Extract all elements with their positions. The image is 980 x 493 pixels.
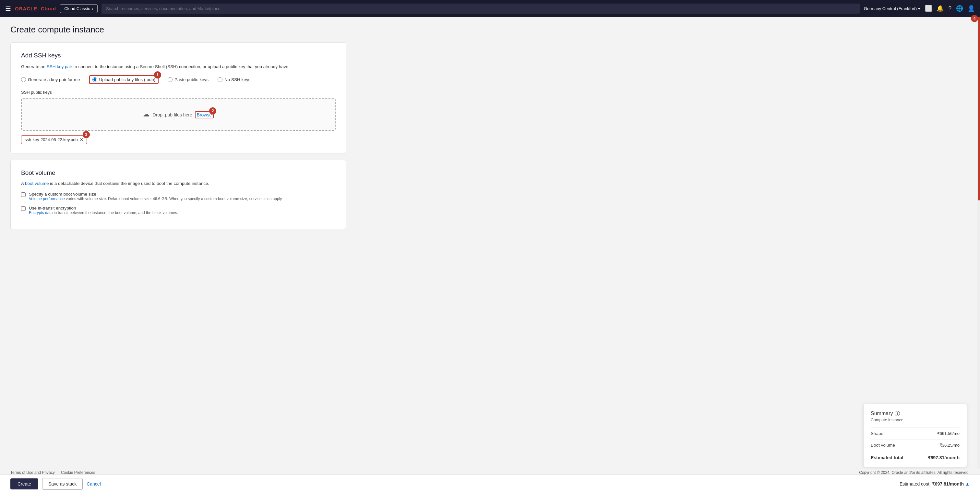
transit-encryption-label: Use in-transit encryption xyxy=(29,206,178,210)
boot-volume-link[interactable]: boot volume xyxy=(25,181,49,186)
browse-link-highlight[interactable]: 2 Browse xyxy=(195,111,214,118)
scrollbar-track xyxy=(978,17,980,261)
custom-boot-volume-checkbox[interactable] xyxy=(21,192,25,197)
radio-paste-label: Paste public keys xyxy=(175,77,208,82)
radio-upload-input[interactable] xyxy=(92,77,97,82)
custom-boot-volume-sublabel: Volume performance varies with volume si… xyxy=(29,197,283,201)
file-drop-zone[interactable]: ☁ Drop .pub files here. 2 Browse xyxy=(21,98,336,131)
volume-performance-link[interactable]: Volume performance xyxy=(29,197,65,201)
radio-no-ssh-label: No SSH keys xyxy=(224,77,250,82)
boot-volume-title: Boot volume xyxy=(21,169,336,177)
region-selector[interactable]: Germany Central (Frankfurt) ▾ xyxy=(864,6,920,11)
radio-upload[interactable]: 1 Upload public key files (.pub) xyxy=(89,75,159,84)
topnav-right: Germany Central (Frankfurt) ▾ ⬜ 🔔 ? 🌐 👤 xyxy=(864,5,975,12)
key-file-chip-container: 3 ssh-key-2024-05-22.key.pub ✕ xyxy=(21,135,336,144)
boot-volume-card: Boot volume A boot volume is a detachabl… xyxy=(10,160,346,229)
ssh-keys-title: Add SSH keys xyxy=(21,52,336,59)
radio-paste-input[interactable] xyxy=(168,77,172,82)
key-file-chip: 3 ssh-key-2024-05-22.key.pub ✕ xyxy=(21,135,87,144)
top-navigation: ☰ ORACLE Cloud Cloud Classic › Germany C… xyxy=(0,0,980,17)
radio-no-ssh[interactable]: No SSH keys xyxy=(218,77,250,82)
ssh-radio-group: Generate a key pair for me 1 Upload publ… xyxy=(21,75,336,84)
custom-boot-volume-label: Specify a custom boot volume size xyxy=(29,192,283,197)
ssh-public-keys-label: SSH public keys xyxy=(21,90,336,95)
upload-cloud-icon: ☁ xyxy=(143,111,150,118)
radio-generate-label: Generate a key pair for me xyxy=(28,77,80,82)
page-scrollbar[interactable]: 4 xyxy=(977,17,980,261)
cloud-classic-label: Cloud Classic xyxy=(64,6,90,11)
ssh-keys-card: Add SSH keys Generate an SSH key pair to… xyxy=(10,43,346,153)
boot-description: A boot volume is a detachable device tha… xyxy=(21,181,336,186)
region-label: Germany Central (Frankfurt) xyxy=(864,6,917,11)
user-avatar-icon[interactable]: 👤 xyxy=(968,5,975,12)
page-container: Create compute instance Add SSH keys Gen… xyxy=(0,17,357,261)
ssh-key-pair-link[interactable]: SSH key pair xyxy=(47,64,72,69)
help-icon[interactable]: ? xyxy=(948,5,951,12)
step1-badge: 1 xyxy=(154,72,161,78)
browse-link[interactable]: Browse xyxy=(197,112,212,118)
scrollbar-thumb xyxy=(978,17,980,200)
language-icon[interactable]: 🌐 xyxy=(956,5,963,12)
notifications-icon[interactable]: 🔔 xyxy=(937,5,944,12)
page-title: Create compute instance xyxy=(10,25,346,35)
step3-badge: 3 xyxy=(83,131,90,138)
cloud-shell-icon[interactable]: ⬜ xyxy=(925,5,932,12)
cloud-text: Cloud xyxy=(41,6,56,11)
key-file-name: ssh-key-2024-05-22.key.pub xyxy=(25,137,78,142)
custom-boot-volume-option: Specify a custom boot volume size Volume… xyxy=(21,192,336,201)
region-chevron-icon: ▾ xyxy=(918,6,920,11)
oracle-logo: ORACLE Cloud xyxy=(15,6,56,11)
transit-encryption-option: Use in-transit encryption Encrypts data … xyxy=(21,206,336,215)
radio-paste[interactable]: Paste public keys xyxy=(168,77,208,82)
drop-text: Drop .pub files here. xyxy=(153,112,195,118)
cloud-classic-button[interactable]: Cloud Classic › xyxy=(60,4,98,13)
encrypts-data-link[interactable]: Encrypts data xyxy=(29,210,52,215)
transit-encryption-label-container: Use in-transit encryption Encrypts data … xyxy=(29,206,178,215)
transit-encryption-sublabel: Encrypts data in transit between the ins… xyxy=(29,210,178,215)
radio-generate[interactable]: Generate a key pair for me xyxy=(21,77,80,82)
hamburger-menu-icon[interactable]: ☰ xyxy=(5,5,11,12)
custom-boot-volume-label-container: Specify a custom boot volume size Volume… xyxy=(29,192,283,201)
radio-no-ssh-input[interactable] xyxy=(218,77,223,82)
radio-upload-label: Upload public key files (.pub) xyxy=(99,77,155,82)
transit-encryption-checkbox[interactable] xyxy=(21,206,25,211)
radio-generate-input[interactable] xyxy=(21,77,26,82)
oracle-text: ORACLE xyxy=(15,6,37,11)
step4-badge: 4 xyxy=(971,15,978,22)
cloud-classic-arrow-icon: › xyxy=(92,6,93,11)
key-file-remove-icon[interactable]: ✕ xyxy=(80,137,83,142)
search-input[interactable] xyxy=(102,3,860,14)
ssh-description: Generate an SSH key pair to connect to t… xyxy=(21,64,336,70)
